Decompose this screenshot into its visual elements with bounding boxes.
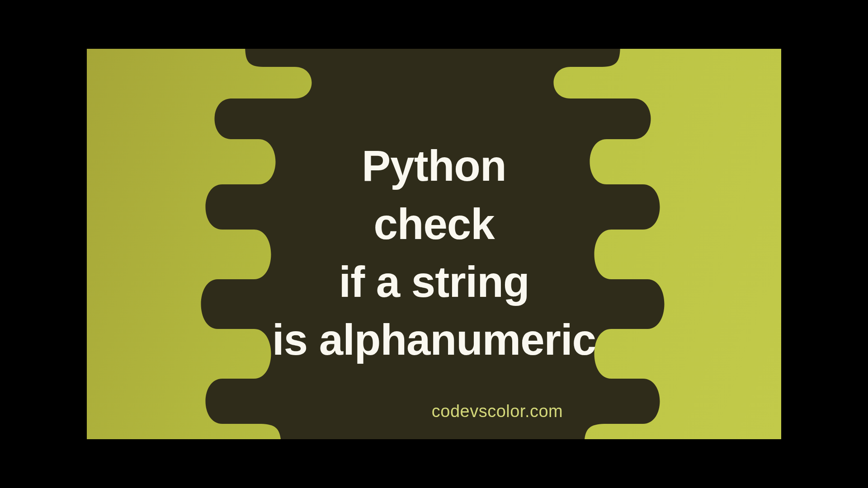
title-line-2: check (373, 199, 494, 249)
title-block: Python check if a string is alphanumeric (272, 141, 596, 365)
footer-credit: codevscolor.com (432, 402, 563, 421)
title-line-3: if a string (339, 257, 529, 307)
content-area: Python check if a string is alphanumeric (87, 49, 781, 439)
title-line-4: is alphanumeric (272, 315, 596, 365)
graphic-canvas: Python check if a string is alphanumeric… (87, 49, 781, 439)
title-line-1: Python (362, 141, 506, 191)
